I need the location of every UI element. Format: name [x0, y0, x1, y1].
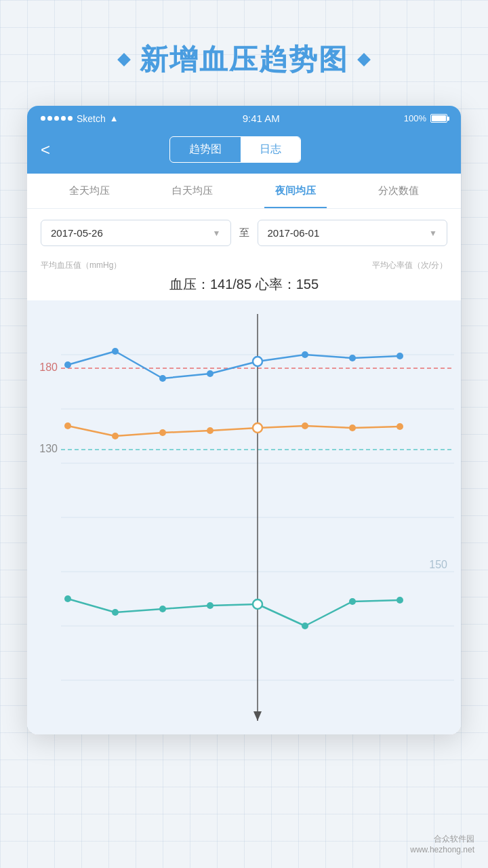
svg-point-19 [302, 351, 308, 358]
svg-point-29 [396, 423, 403, 430]
svg-point-20 [349, 355, 356, 361]
svg-text:130: 130 [39, 443, 58, 454]
carrier-label: Sketch [77, 113, 106, 124]
watermark-line2: www.hezhong.net [410, 845, 474, 854]
watermark: 合众软件园 www.hezhong.net [410, 833, 474, 854]
page-title-section: 新增血压趋势图 [0, 0, 488, 106]
svg-text:150: 150 [429, 559, 447, 570]
subtab-allday[interactable]: 全天均压 [38, 174, 141, 208]
svg-point-27 [302, 422, 308, 429]
bp-reading: 血压：141/85 心率：155 [27, 271, 461, 300]
signal-dots [41, 116, 73, 121]
svg-point-21 [396, 353, 403, 359]
svg-point-35 [302, 623, 308, 629]
content-area: 全天均压 白天均压 夜间均压 分次数值 2017-05-26 ▼ 至 2017-… [27, 174, 461, 734]
start-date-value: 2017-05-26 [51, 227, 103, 239]
svg-text:180: 180 [39, 361, 58, 373]
hr-axis-label: 平均心率值（次/分） [372, 260, 447, 271]
start-date-arrow: ▼ [213, 229, 221, 238]
subtab-individual[interactable]: 分次数值 [347, 174, 450, 208]
svg-point-36 [349, 598, 356, 605]
date-separator: 至 [239, 226, 249, 239]
svg-point-25 [207, 427, 214, 434]
end-date-picker[interactable]: 2017-06-01 ▼ [258, 220, 448, 246]
bp-axis-label: 平均血压值（mmHg） [41, 260, 121, 271]
subtab-night[interactable]: 夜间均压 [244, 174, 347, 208]
nav-bar: < 趋势图 日志 [27, 130, 461, 174]
svg-point-16 [159, 375, 166, 382]
svg-point-28 [349, 425, 356, 431]
svg-point-14 [64, 361, 71, 368]
subtab-daytime[interactable]: 白天均压 [141, 174, 244, 208]
status-left: Sketch ▲ [41, 113, 119, 124]
svg-point-22 [64, 422, 71, 429]
svg-point-31 [112, 609, 119, 616]
status-time: 9:41 AM [243, 113, 280, 124]
back-button[interactable]: < [41, 140, 50, 159]
date-range: 2017-05-26 ▼ 至 2017-06-01 ▼ [27, 209, 461, 257]
chart-labels: 平均血压值（mmHg） 平均心率值（次/分） [27, 257, 461, 271]
title-diamond-right [357, 53, 371, 66]
status-right: 100% [404, 113, 447, 123]
start-date-picker[interactable]: 2017-05-26 ▼ [41, 220, 231, 246]
status-bar: Sketch ▲ 9:41 AM 100% [27, 106, 461, 130]
chart-svg: 180 130 150 [27, 300, 461, 734]
page-title: 新增血压趋势图 [140, 41, 348, 79]
wifi-icon: ▲ [110, 113, 119, 123]
svg-point-33 [207, 602, 214, 609]
battery-percent: 100% [404, 113, 426, 123]
svg-point-23 [112, 433, 119, 439]
svg-point-32 [159, 606, 166, 612]
sub-tabs: 全天均压 白天均压 夜间均压 分次数值 [27, 174, 461, 209]
chart-area: 180 130 150 [27, 300, 461, 734]
svg-point-38 [253, 357, 262, 366]
phone-mockup: Sketch ▲ 9:41 AM 100% < 趋势图 日志 [27, 106, 461, 734]
svg-point-37 [396, 597, 403, 604]
end-date-arrow: ▼ [429, 229, 437, 238]
svg-point-24 [159, 429, 166, 436]
tab-trend[interactable]: 趋势图 [170, 137, 241, 162]
battery-icon [430, 114, 447, 123]
tab-switch: 趋势图 日志 [169, 136, 301, 163]
svg-point-40 [253, 599, 262, 609]
end-date-value: 2017-06-01 [268, 227, 320, 239]
svg-point-17 [207, 370, 214, 377]
svg-point-15 [112, 348, 119, 355]
svg-point-30 [64, 595, 71, 602]
watermark-line1: 合众软件园 [410, 833, 474, 845]
svg-point-39 [253, 423, 262, 433]
tab-journal[interactable]: 日志 [241, 137, 300, 162]
title-diamond-left [117, 53, 131, 66]
